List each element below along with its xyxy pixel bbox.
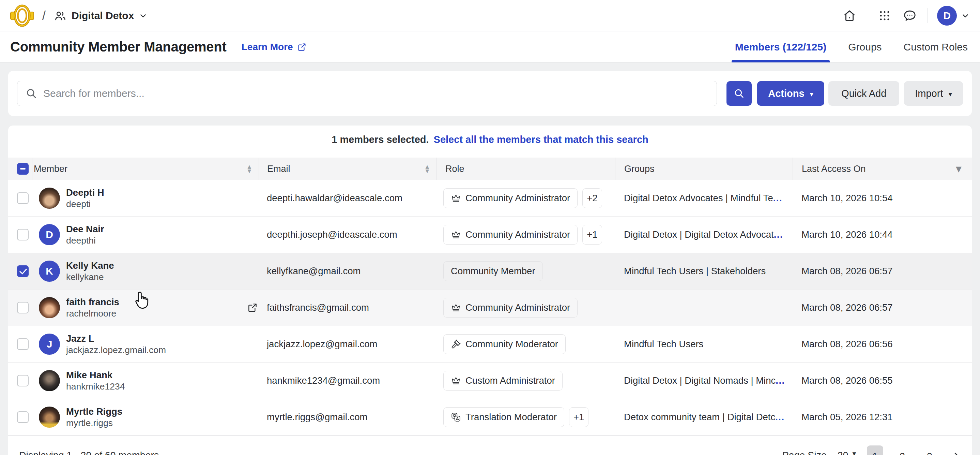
table-row[interactable]: faith francis rachelmoore faithsfrancis@… [8, 290, 972, 326]
last-access-cell: March 08, 2026 06:57 [792, 290, 972, 326]
member-avatar [39, 370, 60, 391]
tab-bar: Members (122/125) Groups Custom Roles [733, 31, 970, 62]
table-row[interactable]: Deepti H deepti deepti.hawaldar@ideascal… [8, 180, 972, 217]
groups-cell: Digital Detox Advocates | Mindful Te... [615, 180, 792, 216]
translate-icon [451, 412, 461, 422]
tab-members[interactable]: Members (122/125) [733, 31, 828, 62]
header-cell-last-access[interactable]: Last Access On ▼ [792, 158, 972, 180]
groups-ellipsis[interactable]: ... [774, 229, 783, 240]
community-switcher[interactable]: Digital Detox [54, 9, 148, 22]
groups-cell: Detox community team | Digital Detc... [615, 399, 792, 435]
role-label: Custom Administrator [466, 375, 555, 386]
row-checkbox[interactable] [17, 265, 29, 277]
member-name[interactable]: faith francis [66, 297, 119, 307]
member-name[interactable]: Kelly Kane [66, 261, 114, 270]
member-name[interactable]: Jazz L [66, 334, 166, 343]
table-row[interactable]: Mike Hank hankmike1234 hankmike1234@gmai… [8, 362, 972, 399]
row-checkbox[interactable] [17, 411, 29, 423]
row-checkbox-cell [8, 180, 32, 216]
groups-ellipsis[interactable]: ... [775, 412, 784, 423]
member-name[interactable]: Myrtle Riggs [66, 407, 123, 417]
role-badge[interactable]: Community Administrator [443, 188, 578, 208]
column-label-role: Role [445, 164, 465, 174]
search-toolbar: Actions ▾ Quick Add Import ▾ [8, 71, 972, 116]
member-avatar [39, 188, 60, 209]
page-button-3[interactable]: 3 [921, 445, 938, 455]
role-cell: Community Member [436, 253, 615, 289]
member-email: hankmike1234@gmail.com [267, 375, 380, 386]
role-cell: Custom Administrator [436, 362, 615, 399]
next-page-button[interactable] [949, 445, 962, 455]
apps-grid-button[interactable] [877, 8, 892, 24]
table-row[interactable]: Myrtle Riggs myrtle.riggs myrtle.riggs@g… [8, 399, 972, 436]
select-all-checkbox[interactable] [17, 163, 29, 175]
people-icon [54, 9, 67, 22]
role-badge[interactable]: Community Administrator [443, 225, 578, 244]
page-button-1[interactable]: 1 [867, 445, 883, 455]
learn-more-link[interactable]: Learn More [242, 42, 307, 53]
role-badge[interactable]: Community Member [443, 261, 543, 281]
sort-descending-icon[interactable]: ▼ [956, 165, 962, 173]
column-label-last-access: Last Access On [802, 164, 866, 174]
messages-button[interactable] [902, 8, 918, 24]
quick-add-button[interactable]: Quick Add [828, 81, 899, 106]
row-checkbox[interactable] [17, 375, 29, 386]
role-badge[interactable]: Translation Moderator [443, 407, 564, 427]
table-row[interactable]: J Jazz L jackjazz.lopez.gmail.com jackja… [8, 326, 972, 362]
role-extra-badge[interactable]: +1 [569, 407, 589, 427]
header-cell-member[interactable]: Member ▴▾ [32, 158, 259, 180]
crown-icon [451, 303, 461, 313]
last-access-cell: March 05, 2026 12:31 [792, 399, 972, 435]
select-all-matching-link[interactable]: Select all the members that match this s… [434, 134, 648, 145]
role-badge[interactable]: Community Administrator [443, 298, 578, 318]
groups-ellipsis[interactable]: ... [773, 193, 783, 204]
table-row[interactable]: K Kelly Kane kellykane kellyfkane@gmail.… [8, 253, 972, 290]
header-cell-email[interactable]: Email ▴▾ [259, 158, 436, 180]
row-checkbox[interactable] [17, 302, 29, 313]
last-access-cell: March 08, 2026 06:57 [792, 253, 972, 289]
page-size-select[interactable]: 20 ▾ [838, 445, 856, 455]
selected-count-text: 1 members selected. [332, 134, 429, 145]
tab-custom-roles[interactable]: Custom Roles [902, 31, 970, 62]
table-row[interactable]: D Dee Nair deepthi deepthi.joseph@ideasc… [8, 217, 972, 253]
search-input[interactable] [17, 81, 717, 106]
row-checkbox-cell [8, 362, 32, 399]
caret-down-icon: ▾ [948, 91, 952, 98]
import-button[interactable]: Import ▾ [904, 81, 963, 106]
breadcrumb-separator: / [42, 8, 46, 23]
member-cell: Mike Hank hankmike1234 [32, 362, 259, 399]
row-checkbox[interactable] [17, 192, 29, 204]
role-badge[interactable]: Community Moderator [443, 334, 566, 354]
member-name[interactable]: Mike Hank [66, 370, 125, 380]
selection-banner: 1 members selected. Select all the membe… [8, 126, 972, 158]
navbar-divider [867, 8, 867, 23]
chevron-down-icon [961, 11, 970, 20]
role-extra-badge[interactable]: +2 [582, 188, 602, 208]
user-menu[interactable]: D [937, 6, 970, 26]
member-cell: Myrtle Riggs myrtle.riggs [32, 399, 259, 435]
actions-button[interactable]: Actions ▾ [757, 81, 824, 106]
external-link-icon[interactable] [247, 302, 258, 313]
tab-custom-roles-label: Custom Roles [904, 41, 968, 53]
row-checkbox[interactable] [17, 338, 29, 350]
groups-cell: Digital Detox | Digital Detox Advocat... [615, 217, 792, 253]
home-button[interactable] [842, 8, 858, 24]
sort-icon[interactable]: ▴▾ [425, 164, 429, 173]
row-checkbox[interactable] [17, 229, 29, 241]
page-button-2[interactable]: 2 [894, 445, 910, 455]
last-access-cell: March 10, 2026 10:44 [792, 217, 972, 253]
member-username: deepti [66, 200, 104, 209]
row-checkbox-cell [8, 399, 32, 435]
community-logo[interactable] [10, 4, 34, 28]
search-button[interactable] [727, 81, 752, 106]
tab-groups-label: Groups [848, 41, 881, 53]
row-checkbox-cell [8, 217, 32, 253]
groups-ellipsis[interactable]: ... [776, 375, 785, 386]
tab-groups[interactable]: Groups [846, 31, 884, 62]
member-cell: J Jazz L jackjazz.lopez.gmail.com [32, 326, 259, 362]
role-extra-badge[interactable]: +1 [582, 225, 602, 244]
role-badge[interactable]: Custom Administrator [443, 371, 563, 391]
member-name[interactable]: Deepti H [66, 188, 104, 198]
member-name[interactable]: Dee Nair [66, 224, 104, 234]
sort-icon[interactable]: ▴▾ [247, 164, 251, 173]
